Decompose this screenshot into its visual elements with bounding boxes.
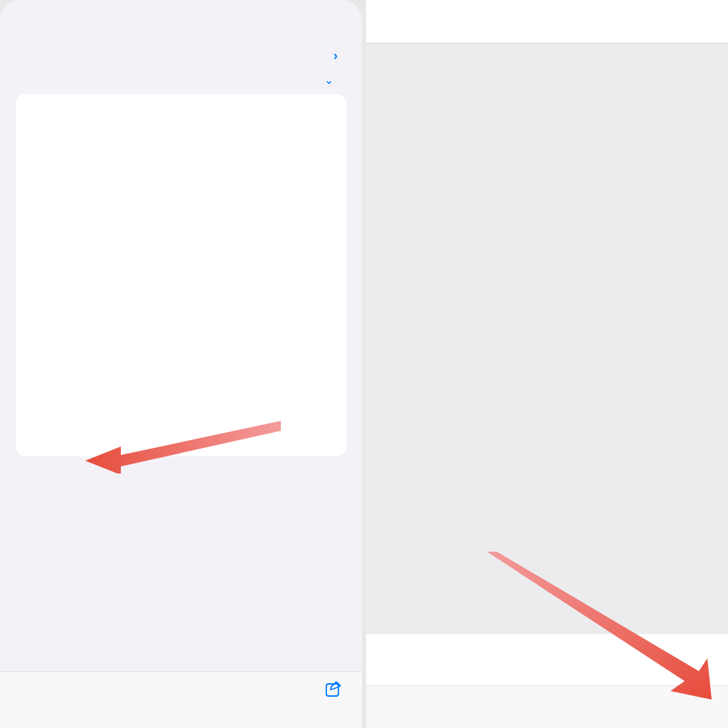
selection-title [366, 17, 728, 43]
mailboxes-pane: › ⌄ [0, 0, 362, 728]
left-header [0, 0, 362, 16]
left-footer [0, 671, 362, 728]
folders-card [16, 94, 346, 456]
account-section-header[interactable]: › [0, 48, 362, 70]
messages-pane [366, 0, 728, 728]
chevron-right-icon: › [333, 48, 338, 63]
page-title [0, 16, 362, 36]
message-list[interactable] [366, 43, 728, 634]
chevron-down-icon: ⌄ [324, 73, 333, 87]
account-subheader[interactable]: ⌄ [0, 70, 362, 94]
right-footer [366, 685, 728, 728]
compose-icon [323, 679, 343, 699]
right-header [366, 0, 728, 17]
compose-button[interactable] [323, 679, 343, 702]
